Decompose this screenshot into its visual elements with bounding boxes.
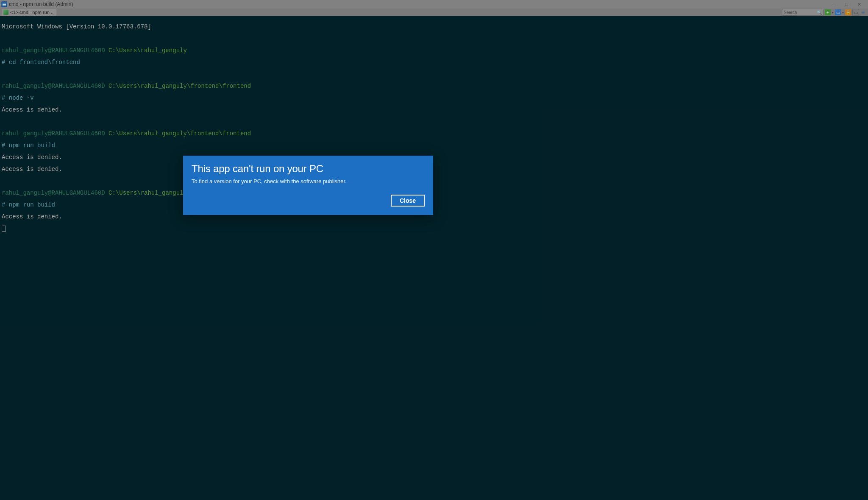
lock-button[interactable]: 🔒 — [845, 9, 851, 15]
tab-label: <1> cmd - npm run ... — [10, 10, 55, 15]
output-line: Access is denied. — [2, 107, 866, 113]
command-line: # cd frontend\frontend — [2, 59, 866, 65]
output-line: Access is denied. — [2, 166, 866, 172]
terminal-icon — [3, 10, 8, 15]
window-button[interactable]: ▭ — [835, 9, 841, 15]
prompt-path: C:\Users\rahul_ganguly — [108, 47, 187, 54]
search-icon: 🔍 — [817, 10, 822, 15]
toolbar: Search 🔍 ＋ ▾ ▭ ▾ 🔒 ▭ ≡ — [782, 9, 866, 16]
new-tab-button[interactable]: ＋ — [825, 9, 831, 15]
panel-button[interactable]: ▭ — [852, 9, 859, 16]
window-dropdown[interactable]: ▾ — [842, 11, 844, 14]
prompt-path: C:\Users\rahul_ganguly\frontend\frontend — [108, 83, 251, 89]
dialog-title: This app can't run on your PC — [183, 156, 433, 176]
search-placeholder: Search — [784, 10, 797, 15]
command-line: # npm run build — [2, 142, 866, 148]
prompt-user: rahul_ganguly@RAHULGANGUL460D — [2, 47, 105, 54]
close-button[interactable]: ✕ — [857, 2, 861, 7]
minimize-button[interactable]: — — [831, 2, 836, 7]
output-line: Access is denied. — [2, 154, 866, 160]
prompt-user: rahul_ganguly@RAHULGANGUL460D — [2, 83, 105, 89]
menu-button[interactable]: ≡ — [860, 9, 866, 15]
prompt-user: rahul_ganguly@RAHULGANGUL460D — [2, 130, 105, 137]
maximize-button[interactable]: □ — [845, 2, 848, 7]
terminal-output[interactable]: Microsoft Windows [Version 10.0.17763.67… — [0, 16, 868, 500]
error-dialog: This app can't run on your PC To find a … — [183, 156, 433, 215]
version-line: Microsoft Windows [Version 10.0.17763.67… — [2, 24, 866, 30]
dialog-close-button[interactable]: Close — [391, 195, 425, 207]
tab-cmd[interactable]: <1> cmd - npm run ... — [2, 9, 56, 16]
prompt-user: rahul_ganguly@RAHULGANGUL460D — [2, 190, 105, 196]
search-input[interactable]: Search 🔍 — [782, 9, 823, 16]
terminal-cursor — [2, 226, 6, 232]
window-title: cmd - npm run build (Admin) — [9, 1, 73, 7]
output-line: Access is denied. — [2, 214, 866, 220]
command-line: # node -v — [2, 95, 866, 101]
dialog-body: To find a version for your PC, check wit… — [183, 176, 433, 184]
window-titlebar: cmd - npm run build (Admin) — □ ✕ — [0, 0, 868, 8]
tab-bar: <1> cmd - npm run ... Search 🔍 ＋ ▾ ▭ ▾ 🔒… — [0, 8, 868, 16]
command-line: # npm run build — [2, 202, 866, 208]
app-icon — [1, 1, 7, 7]
new-tab-dropdown[interactable]: ▾ — [832, 11, 834, 14]
prompt-path: C:\Users\rahul_ganguly\frontend\frontend — [108, 130, 251, 137]
